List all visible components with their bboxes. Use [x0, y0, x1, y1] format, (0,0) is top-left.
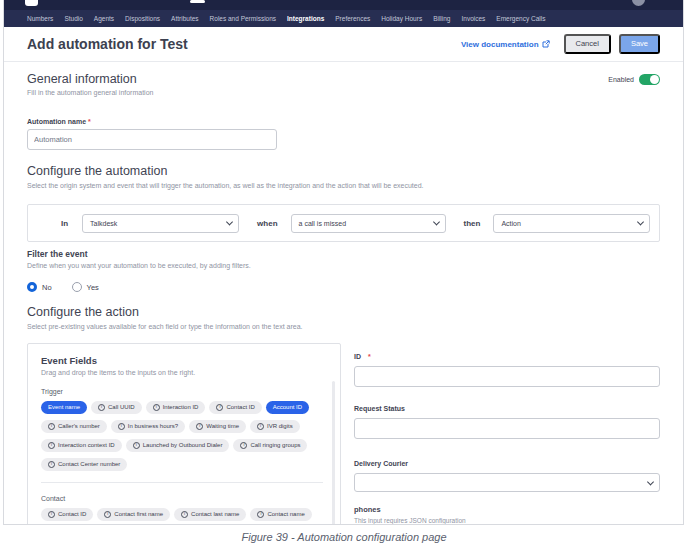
trigger-event-select[interactable]: a call is missed — [291, 214, 446, 233]
filter-option-no[interactable]: No — [27, 282, 52, 292]
configure-automation-heading: Configure the automation — [27, 164, 660, 178]
phones-label: phones — [354, 505, 660, 514]
info-icon: i — [104, 511, 111, 518]
enabled-label: Enabled — [608, 76, 634, 83]
chips-trigger: Event nameiCall UUIDiInteraction IDiCont… — [41, 401, 319, 471]
delivery-courier-field: Delivery Courier — [354, 452, 660, 492]
enabled-toggle[interactable] — [639, 74, 660, 85]
chip-call-uuid[interactable]: iCall UUID — [91, 401, 142, 414]
chip-contact-center-number[interactable]: iContact Center number — [41, 458, 127, 471]
info-icon: i — [196, 423, 203, 430]
nav-item-preferences[interactable]: Preferences — [335, 15, 370, 22]
automation-name-input[interactable] — [27, 129, 277, 150]
origin-system-select[interactable]: Talkdesk — [82, 214, 239, 233]
chip-ivr-digits[interactable]: iIVR digits — [250, 420, 300, 433]
chip-label: Contact Center number — [58, 461, 120, 468]
request-status-field: Request Status — [354, 397, 660, 439]
request-status-label: Request Status — [354, 405, 405, 412]
nav-item-invoices[interactable]: Invoices — [461, 15, 485, 22]
chip-launched-by-outbound-dialer[interactable]: iLaunched by Outbound Dialer — [126, 439, 230, 452]
chevron-down-icon — [637, 218, 644, 225]
chip-label: Contact first name — [114, 511, 163, 518]
group-label-trigger: Trigger — [41, 388, 327, 395]
nav-item-billing[interactable]: Billing — [433, 15, 450, 22]
chip-label: Account ID — [273, 404, 302, 411]
nav-item-numbers[interactable]: Numbers — [27, 15, 53, 22]
chip-interaction-context-id[interactable]: iInteraction context ID — [41, 439, 122, 452]
delivery-courier-select[interactable] — [354, 473, 660, 492]
automation-name-label: Automation name * — [27, 118, 660, 125]
general-information-section: General information Fill in the automati… — [27, 72, 660, 96]
configure-automation-subtitle: Select the origin system and event that … — [27, 182, 660, 189]
nav-item-holiday-hours[interactable]: Holiday Hours — [381, 15, 422, 22]
info-icon: i — [48, 511, 55, 518]
required-asterisk: * — [88, 118, 91, 125]
in-label: In — [61, 219, 68, 228]
request-status-input[interactable] — [354, 418, 660, 439]
action-form: ID* Request Status Delivery Courier — [354, 343, 660, 525]
chip-label: In business hours? — [128, 423, 178, 430]
chip-label: Launched by Outbound Dialer — [143, 442, 223, 449]
chip-contact-id[interactable]: iContact ID — [209, 401, 261, 414]
chip-label: Call UUID — [108, 404, 135, 411]
chip-label: Event name — [48, 404, 80, 411]
id-input[interactable] — [354, 366, 660, 387]
phones-field: phones This input requires JSON configur… — [354, 505, 660, 525]
active-tab-indicator — [190, 0, 205, 3]
chip-label: Caller's number — [58, 423, 100, 430]
chip-call-ringing-groups[interactable]: iCall ringing groups — [233, 439, 307, 452]
automation-rule-box: In Talkdesk when a call is missed then A… — [27, 204, 660, 242]
chip-caller-s-number[interactable]: iCaller's number — [41, 420, 107, 433]
event-fields-subtitle: Drag and drop the items to the inputs on… — [41, 369, 327, 376]
chip-contact-first-name[interactable]: iContact first name — [97, 508, 170, 521]
page-header: Add automation for Test View documentati… — [4, 27, 683, 62]
view-documentation-link[interactable]: View documentation — [461, 40, 550, 49]
chip-interaction-id[interactable]: iInteraction ID — [146, 401, 206, 414]
action-select[interactable]: Action — [493, 214, 650, 233]
event-fields-panel: Event Fields Drag and drop the items to … — [27, 343, 341, 525]
chip-label: Interaction ID — [163, 404, 199, 411]
event-fields-heading: Event Fields — [41, 355, 327, 366]
configure-action-heading: Configure the action — [27, 305, 660, 319]
chip-account-id[interactable]: Account ID — [266, 401, 309, 414]
chip-label: Contact ID — [226, 404, 254, 411]
external-link-icon — [542, 40, 550, 48]
nav-item-emergency-calls[interactable]: Emergency Calls — [496, 15, 545, 22]
toggle-knob — [650, 75, 659, 84]
chip-event-name[interactable]: Event name — [41, 401, 87, 414]
chip-label: Interaction context ID — [58, 442, 115, 449]
nav-item-integrations[interactable]: Integrations — [287, 15, 324, 22]
chevron-down-icon — [433, 218, 440, 225]
info-icon: i — [153, 404, 160, 411]
chips-contact: iContact IDiContact first nameiContact l… — [41, 508, 319, 525]
id-field: ID* — [354, 345, 660, 387]
info-icon: i — [48, 423, 55, 430]
user-avatar[interactable] — [632, 0, 645, 6]
nav-item-agents[interactable]: Agents — [94, 15, 114, 22]
chip-contact-last-name[interactable]: iContact last name — [174, 508, 246, 521]
then-label: then — [464, 219, 481, 228]
app-logo[interactable] — [25, 0, 38, 6]
event-field-groups: TriggerEvent nameiCall UUIDiInteraction … — [41, 388, 327, 525]
delivery-courier-label: Delivery Courier — [354, 460, 408, 467]
save-button[interactable]: Save — [619, 34, 660, 54]
chip-contact-name[interactable]: iContact name — [250, 508, 311, 521]
nav-item-attributes[interactable]: Attributes — [171, 15, 198, 22]
nav-item-dispositions[interactable]: Dispositions — [125, 15, 160, 22]
panel-scrollbar[interactable] — [332, 381, 335, 525]
page-title: Add automation for Test — [27, 36, 461, 52]
chip-waiting-time[interactable]: iWaiting time — [189, 420, 246, 433]
chip-contact-id[interactable]: iContact ID — [41, 508, 93, 521]
info-icon: i — [216, 404, 223, 411]
filter-option-yes[interactable]: Yes — [72, 282, 99, 292]
screenshot-frame: NumbersStudioAgentsDispositionsAttribute… — [3, 0, 684, 525]
group-divider — [41, 482, 323, 483]
info-icon: i — [240, 442, 247, 449]
chip-in-business-hours[interactable]: iIn business hours? — [111, 420, 185, 433]
nav-item-studio[interactable]: Studio — [64, 15, 82, 22]
info-icon: i — [133, 442, 140, 449]
chip-label: Call ringing groups — [250, 442, 300, 449]
cancel-button[interactable]: Cancel — [564, 34, 611, 54]
info-icon: i — [257, 423, 264, 430]
nav-item-roles-and-permissions[interactable]: Roles and Permissions — [210, 15, 276, 22]
